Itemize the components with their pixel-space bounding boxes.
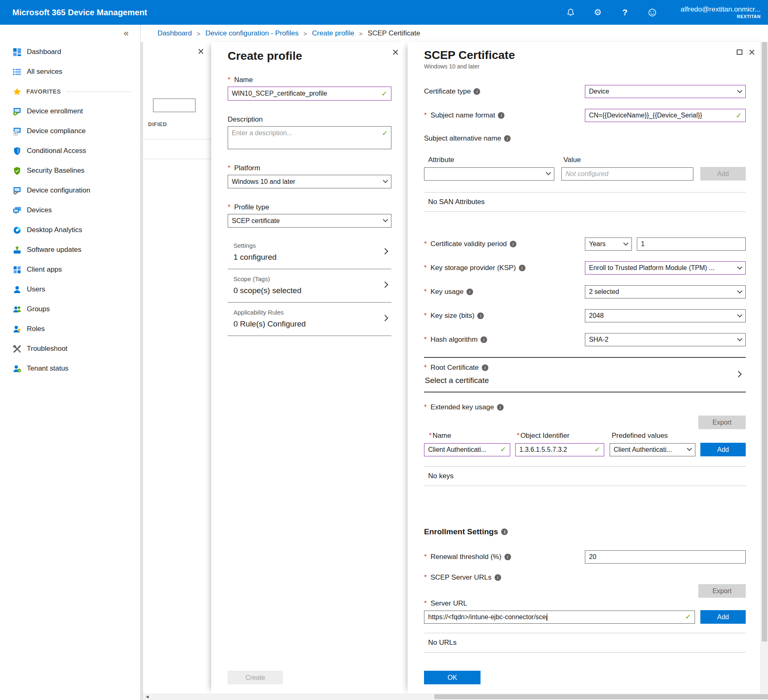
applicability-rules-row[interactable]: Applicability Rules 0 Rule(s) Configured xyxy=(228,303,391,336)
close-icon[interactable] xyxy=(196,47,205,56)
bell-icon[interactable] xyxy=(565,7,576,18)
dashboard-icon xyxy=(12,47,21,56)
security-baselines-icon xyxy=(12,166,21,175)
info-icon[interactable] xyxy=(482,364,488,371)
collapse-sidebar-button[interactable] xyxy=(124,29,129,38)
groups-icon xyxy=(12,305,21,314)
subject-name-format-label: Subject name format xyxy=(424,111,504,120)
breadcrumb-create-profile[interactable]: Create profile xyxy=(312,29,354,38)
app-title: Microsoft 365 Device Management xyxy=(12,8,147,17)
info-icon[interactable] xyxy=(466,289,473,295)
key-usage-field: Key usage 2 selected xyxy=(424,285,746,298)
info-icon[interactable] xyxy=(501,529,508,535)
sidebar-item-devices[interactable]: Devices xyxy=(0,200,140,220)
gear-icon[interactable]: ⚙ xyxy=(592,7,603,18)
eku-export-button[interactable]: Export xyxy=(698,416,746,429)
sidebar-item-all-services[interactable]: All services xyxy=(0,62,140,82)
info-icon[interactable] xyxy=(498,112,504,119)
divider xyxy=(424,652,746,653)
settings-row[interactable]: Settings 1 configured xyxy=(228,236,391,269)
smiley-icon[interactable] xyxy=(647,7,657,18)
breadcrumb-device-configuration-profiles[interactable]: Device configuration - Profiles xyxy=(205,29,299,38)
platform-select[interactable]: Windows 10 and later xyxy=(228,175,391,188)
valid-check-icon xyxy=(500,445,506,454)
sidebar-item-troubleshoot[interactable]: Troubleshoot xyxy=(0,339,140,359)
vertical-scrollbar[interactable] xyxy=(761,42,768,693)
certificate-type-field: Certificate type Device xyxy=(424,85,746,98)
sidebar-item-client-apps[interactable]: Client apps xyxy=(0,260,140,280)
sidebar-item-device-configuration[interactable]: Device configuration xyxy=(0,181,140,200)
all-services-icon xyxy=(12,67,21,76)
scope-tags-row[interactable]: Scope (Tags) 0 scope(s) selected xyxy=(228,269,391,303)
horizontal-scrollbar[interactable] xyxy=(143,693,768,700)
blade-subtitle: Windows 10 and later xyxy=(424,63,746,70)
info-icon[interactable] xyxy=(504,135,511,142)
sidebar-item-groups[interactable]: Groups xyxy=(0,299,140,319)
info-icon[interactable] xyxy=(510,241,516,247)
urls-export-button[interactable]: Export xyxy=(698,584,746,598)
key-usage-select[interactable]: 2 selected xyxy=(585,285,746,298)
eku-add-button[interactable]: Add xyxy=(700,443,746,456)
info-icon[interactable] xyxy=(497,404,504,411)
breadcrumb-separator: > xyxy=(359,30,363,37)
san-empty-text: No SAN Attributes xyxy=(424,193,746,211)
ksp-select[interactable]: Enroll to Trusted Platform Module (TPM) … xyxy=(585,261,746,275)
san-value-input: Not configured xyxy=(561,167,693,181)
chevron-down-icon xyxy=(737,288,742,294)
san-value-column-label: Value xyxy=(563,156,581,164)
info-icon[interactable] xyxy=(504,554,511,560)
chevron-down-icon xyxy=(383,178,388,183)
subject-name-format-input[interactable]: CN={{DeviceName}}_{{Device_Serial}} xyxy=(585,109,746,122)
root-certificate-picker[interactable]: Root Certificate Select a certificate xyxy=(424,358,746,392)
info-icon[interactable] xyxy=(481,336,487,343)
eku-name-input[interactable]: Client Authenticati... xyxy=(424,443,510,456)
server-url-input[interactable]: https://<fqdn>/intune-ejbc-connector/sce… xyxy=(424,611,695,624)
horizontal-scrollbar-thumb[interactable] xyxy=(434,694,768,699)
user-account[interactable]: alfredo@rextitan.onmicr... REXTITAN xyxy=(681,5,761,19)
device-configuration-icon xyxy=(12,186,21,195)
sidebar-item-roles[interactable]: Roles xyxy=(0,319,140,339)
validity-value-input[interactable]: 1 xyxy=(637,237,746,251)
description-input[interactable]: Enter a description... xyxy=(228,126,391,149)
device-compliance-icon xyxy=(12,127,21,136)
divider xyxy=(143,159,211,159)
ok-button[interactable]: OK xyxy=(424,671,481,684)
sidebar-item-conditional-access[interactable]: Conditional Access xyxy=(0,141,140,161)
sidebar-item-tenant-status[interactable]: Tenant status xyxy=(0,359,140,378)
profile-type-select[interactable]: SCEP certificate xyxy=(228,214,391,228)
sidebar-item-software-updates[interactable]: Software updates xyxy=(0,240,140,260)
certificate-type-select[interactable]: Device xyxy=(585,85,746,98)
sidebar-item-security-baselines[interactable]: Security Baselines xyxy=(0,161,140,181)
profile-name-input[interactable]: WIN10_SCEP_certificate_profile xyxy=(228,87,391,101)
info-icon[interactable] xyxy=(495,574,501,581)
renewal-threshold-input[interactable]: 20 xyxy=(585,550,746,564)
eku-oid-column-label: Object Identifier xyxy=(517,432,570,440)
vertical-scrollbar-thumb[interactable] xyxy=(762,42,767,641)
hash-algorithm-select[interactable]: SHA-2 xyxy=(585,333,746,346)
url-add-button[interactable]: Add xyxy=(700,610,746,624)
sidebar-item-dashboard[interactable]: Dashboard xyxy=(0,42,140,62)
eku-oid-input[interactable]: 1.3.6.1.5.5.7.3.2 xyxy=(515,443,604,456)
description-label: Description xyxy=(228,115,391,124)
scroll-left-arrow-icon[interactable] xyxy=(143,693,151,700)
info-icon[interactable] xyxy=(477,312,484,319)
breadcrumb-separator: > xyxy=(197,30,200,37)
sidebar-item-desktop-analytics[interactable]: Desktop Analytics xyxy=(0,220,140,240)
create-button: Create xyxy=(228,671,283,684)
favorites-star-icon xyxy=(12,87,21,96)
san-attribute-select[interactable] xyxy=(424,167,554,181)
eku-predefined-select[interactable]: Client Authenticati... xyxy=(610,443,695,456)
info-icon[interactable] xyxy=(519,265,525,271)
breadcrumb-dashboard[interactable]: Dashboard xyxy=(158,29,192,38)
devices-icon xyxy=(12,206,21,215)
search-input[interactable] xyxy=(153,99,196,112)
platform-label: Platform xyxy=(228,164,391,172)
sidebar-item-device-compliance[interactable]: Device compliance xyxy=(0,121,140,141)
info-icon[interactable] xyxy=(474,88,480,95)
key-size-select[interactable]: 2048 xyxy=(585,309,746,322)
tenant-name: REXTITAN xyxy=(681,14,761,19)
sidebar-item-device-enrollment[interactable]: Device enrollment xyxy=(0,101,140,121)
validity-unit-select[interactable]: Years xyxy=(585,237,632,251)
help-icon[interactable]: ? xyxy=(620,7,630,18)
sidebar-item-users[interactable]: Users xyxy=(0,280,140,299)
